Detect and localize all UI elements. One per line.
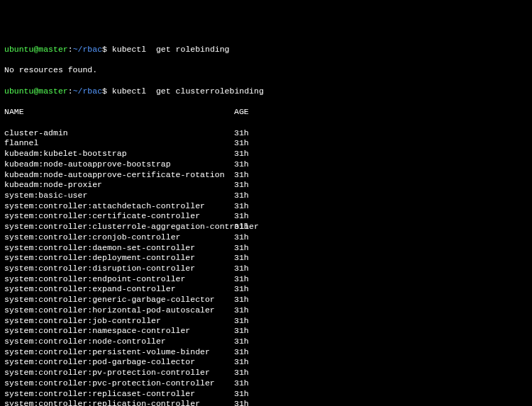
table-row: system:controller:daemon-set-controller3… [4,243,528,254]
table-row: system:controller:pod-garbage-collector3… [4,357,528,368]
row-name: system:controller:pod-garbage-collector [4,357,234,368]
output-no-resources: No resources found. [4,65,528,76]
prompt-line-1[interactable]: ubuntu@master:~/rbac$ kubectl get rolebi… [4,45,528,55]
table-row: system:controller:namespace-controller31… [4,326,528,337]
row-name: cluster-admin [4,128,234,139]
row-name: system:controller:horizontal-pod-autosca… [4,305,234,316]
row-name: system:basic-user [4,191,234,201]
row-age: 31h [234,284,249,295]
row-age: 31h [234,201,249,212]
table-row: kubeadm:kubelet-bootstrap31h [4,149,528,159]
row-name: system:controller:generic-garbage-collec… [4,295,234,305]
row-name: system:controller:replicaset-controller [4,389,234,400]
table-row: system:controller:cronjob-controller31h [4,232,528,243]
table-row: system:controller:deployment-controller3… [4,253,528,264]
row-age: 31h [234,326,249,337]
row-age: 31h [234,389,249,400]
row-age: 31h [234,180,249,191]
table-row: system:controller:pv-protection-controll… [4,368,528,378]
table-row: kubeadm:node-autoapprove-certificate-rot… [4,170,528,181]
table-row: cluster-admin31h [4,128,528,139]
row-age: 31h [234,211,249,222]
row-name: system:controller:expand-controller [4,284,234,295]
table-row: system:controller:generic-garbage-collec… [4,295,528,305]
row-name: system:controller:daemon-set-controller [4,243,234,254]
row-age: 31h [234,149,249,159]
row-age: 31h [234,295,249,305]
prompt-sep: : [68,45,73,54]
row-name: system:controller:replication-controller [4,399,234,406]
row-name: kubeadm:kubelet-bootstrap [4,149,234,159]
row-age: 31h [234,191,249,201]
prompt-path: ~/rbac [73,45,102,54]
prompt-user-host: ubuntu@master [4,86,68,96]
row-age: 31h [234,222,249,232]
header-age: AGE [234,107,249,118]
row-age: 31h [234,305,249,316]
table-row: system:controller:horizontal-pod-autosca… [4,305,528,316]
row-age: 31h [234,399,249,406]
row-age: 31h [234,232,249,243]
table-row: kubeadm:node-proxier31h [4,180,528,191]
row-name: system:controller:endpoint-controller [4,274,234,285]
row-age: 31h [234,128,249,139]
table-row: system:controller:certificate-controller… [4,211,528,222]
row-name: system:controller:persistent-volume-bind… [4,347,234,358]
table-row: system:controller:replication-controller… [4,399,528,406]
table-row: system:controller:attachdetach-controlle… [4,201,528,212]
row-age: 31h [234,170,249,181]
table-row: system:controller:replicaset-controller3… [4,389,528,400]
row-name: kubeadm:node-autoapprove-bootstrap [4,159,234,170]
prompt-line-2[interactable]: ubuntu@master:~/rbac$ kubectl get cluste… [4,86,528,97]
row-name: kubeadm:node-autoapprove-certificate-rot… [4,170,234,181]
row-age: 31h [234,138,249,149]
table-row: system:controller:node-controller31h [4,337,528,347]
table-row: kubeadm:node-autoapprove-bootstrap31h [4,159,528,170]
table-body: cluster-admin31hflannel31hkubeadm:kubele… [4,128,528,406]
row-name: system:controller:disruption-controller [4,264,234,274]
row-age: 31h [234,253,249,264]
table-row: system:basic-user31h [4,191,528,201]
row-age: 31h [234,378,249,389]
row-age: 31h [234,337,249,347]
table-row: system:controller:job-controller31h [4,316,528,327]
table-row: flannel31h [4,138,528,149]
row-age: 31h [234,368,249,378]
table-row: system:controller:endpoint-controller31h [4,274,528,285]
prompt-path: ~/rbac [73,86,102,96]
row-age: 31h [234,274,249,285]
row-age: 31h [234,316,249,327]
row-name: system:controller:pvc-protection-control… [4,378,234,389]
row-name: system:controller:certificate-controller [4,211,234,222]
row-name: system:controller:attachdetach-controlle… [4,201,234,212]
row-age: 31h [234,243,249,254]
row-name: system:controller:node-controller [4,337,234,347]
command-1: kubectl get rolebinding [112,45,230,54]
command-2: kubectl get clusterrolebinding [112,86,264,96]
row-name: system:controller:namespace-controller [4,326,234,337]
row-name: system:controller:cronjob-controller [4,232,234,243]
table-row: system:controller:pvc-protection-control… [4,378,528,389]
row-age: 31h [234,357,249,368]
table-header: NAMEAGE [4,107,528,118]
table-row: system:controller:persistent-volume-bind… [4,347,528,358]
row-name: system:controller:pv-protection-controll… [4,368,234,378]
header-name: NAME [4,107,234,118]
row-age: 31h [234,264,249,274]
table-row: system:controller:expand-controller31h [4,284,528,295]
row-name: flannel [4,138,234,149]
row-name: system:controller:deployment-controller [4,253,234,264]
prompt-dollar: $ [102,45,107,54]
prompt-user-host: ubuntu@master [4,45,68,54]
table-row: system:controller:disruption-controller3… [4,264,528,274]
row-name: system:controller:clusterrole-aggregatio… [4,222,234,232]
row-name: kubeadm:node-proxier [4,180,234,191]
row-age: 31h [234,347,249,358]
table-row: system:controller:clusterrole-aggregatio… [4,222,528,232]
prompt-sep: : [68,86,73,96]
prompt-dollar: $ [102,86,107,96]
row-name: system:controller:job-controller [4,316,234,327]
row-age: 31h [234,159,249,170]
